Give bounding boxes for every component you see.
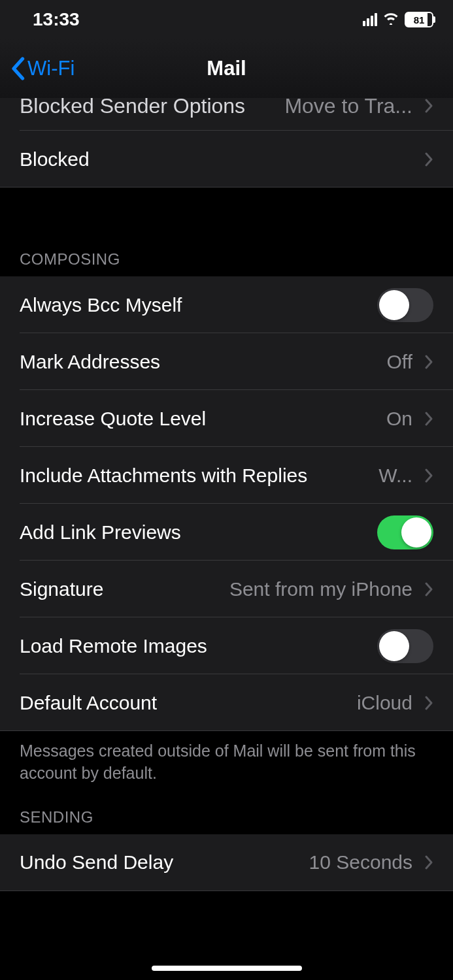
row-value: Move to Tra... <box>284 98 412 118</box>
row-value: Off <box>387 351 412 373</box>
row-label: Signature <box>20 578 219 600</box>
chevron-right-icon <box>424 152 433 167</box>
chevron-right-icon <box>424 855 433 870</box>
row-value: Sent from my iPhone <box>229 578 412 600</box>
row-value: iCloud <box>357 692 412 714</box>
wifi-icon <box>382 12 399 27</box>
row-add-link-previews[interactable]: Add Link Previews <box>0 504 453 561</box>
status-bar: 13:33 81 <box>0 0 453 39</box>
status-time: 13:33 <box>33 9 80 30</box>
settings-content[interactable]: Blocked Sender Options Move to Tra... Bl… <box>0 98 453 980</box>
row-label: Undo Send Delay <box>20 851 299 874</box>
row-increase-quote-level[interactable]: Increase Quote Level On <box>0 390 453 447</box>
status-indicators: 81 <box>363 12 433 27</box>
chevron-right-icon <box>424 695 433 711</box>
toggle-link-previews[interactable] <box>377 515 433 549</box>
row-label: Increase Quote Level <box>20 408 376 430</box>
row-value: 10 Seconds <box>309 851 412 874</box>
row-label: Load Remote Images <box>20 635 367 657</box>
row-blocked[interactable]: Blocked <box>0 131 453 188</box>
row-label: Add Link Previews <box>20 521 367 544</box>
row-label: Blocked <box>20 148 412 171</box>
toggle-remote-images[interactable] <box>377 629 433 663</box>
chevron-right-icon <box>424 411 433 427</box>
chevron-right-icon <box>424 468 433 483</box>
row-mark-addresses[interactable]: Mark Addresses Off <box>0 333 453 390</box>
chevron-right-icon <box>424 581 433 597</box>
back-button[interactable]: Wi-Fi <box>10 57 75 80</box>
row-label: Include Attachments with Replies <box>20 465 368 487</box>
chevron-right-icon <box>424 354 433 370</box>
row-load-remote-images[interactable]: Load Remote Images <box>0 617 453 674</box>
toggle-always-bcc[interactable] <box>377 288 433 322</box>
chevron-left-icon <box>10 57 25 80</box>
row-value: W... <box>378 465 412 487</box>
row-signature[interactable]: Signature Sent from my iPhone <box>0 561 453 617</box>
row-default-account[interactable]: Default Account iCloud <box>0 674 453 731</box>
row-undo-send-delay[interactable]: Undo Send Delay 10 Seconds <box>0 834 453 891</box>
section-sending: Undo Send Delay 10 Seconds <box>0 834 453 891</box>
section-footer-composing: Messages created outside of Mail will be… <box>0 731 453 785</box>
navigation-bar: Wi-Fi Mail <box>0 39 453 98</box>
chevron-right-icon <box>424 98 433 114</box>
home-indicator[interactable] <box>152 966 302 971</box>
row-label: Default Account <box>20 692 346 714</box>
section-composing: Always Bcc Myself Mark Addresses Off Inc… <box>0 276 453 731</box>
battery-icon: 81 <box>405 12 433 27</box>
back-label: Wi-Fi <box>27 57 75 80</box>
row-value: On <box>386 408 412 430</box>
section-header-sending: Sending <box>0 785 453 834</box>
cellular-signal-icon <box>363 13 377 26</box>
section-threading-partial: Blocked Sender Options Move to Tra... Bl… <box>0 98 453 188</box>
row-label: Mark Addresses <box>20 351 377 373</box>
row-blocked-sender-options[interactable]: Blocked Sender Options Move to Tra... <box>0 98 453 131</box>
row-label: Blocked Sender Options <box>20 98 274 118</box>
section-header-composing: Composing <box>0 188 453 276</box>
row-always-bcc-myself[interactable]: Always Bcc Myself <box>0 276 453 333</box>
row-include-attachments[interactable]: Include Attachments with Replies W... <box>0 447 453 504</box>
row-label: Always Bcc Myself <box>20 294 367 316</box>
